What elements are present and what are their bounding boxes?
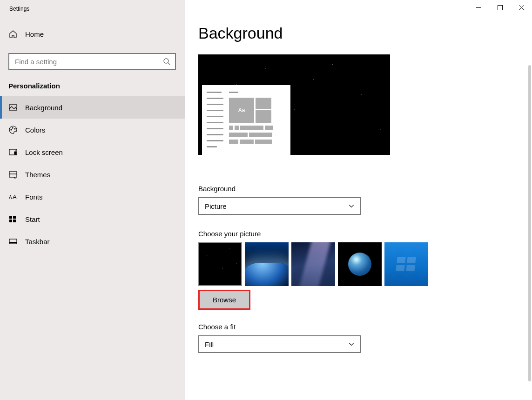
svg-rect-14 bbox=[13, 220, 16, 222]
svg-rect-8 bbox=[9, 172, 17, 177]
sidebar-item-label: Themes bbox=[25, 171, 50, 179]
svg-rect-18 bbox=[498, 5, 502, 10]
search-icon bbox=[163, 58, 170, 65]
fit-dropdown[interactable]: Fill bbox=[198, 335, 361, 353]
svg-point-5 bbox=[14, 128, 15, 129]
browse-button[interactable]: Browse bbox=[200, 291, 249, 308]
svg-rect-13 bbox=[9, 220, 12, 222]
background-label: Background bbox=[198, 185, 532, 193]
svg-rect-11 bbox=[9, 216, 12, 219]
start-icon bbox=[8, 214, 18, 224]
sidebar-item-start[interactable]: Start bbox=[0, 208, 185, 230]
sidebar-item-label: Lock screen bbox=[25, 148, 63, 156]
sidebar-item-background[interactable]: Background bbox=[0, 96, 185, 119]
svg-text:A: A bbox=[9, 195, 12, 200]
svg-line-1 bbox=[168, 63, 170, 65]
home-icon bbox=[8, 29, 18, 39]
fit-dropdown-value: Fill bbox=[205, 340, 214, 348]
choose-picture-label: Choose your picture bbox=[198, 230, 532, 238]
sidebar-item-lockscreen[interactable]: Lock screen bbox=[0, 141, 185, 163]
sidebar-item-themes[interactable]: Themes bbox=[0, 163, 185, 186]
svg-rect-7 bbox=[14, 152, 16, 154]
sidebar-item-label: Fonts bbox=[25, 193, 43, 201]
svg-point-3 bbox=[11, 129, 12, 130]
svg-point-0 bbox=[164, 59, 168, 63]
desktop-preview: Aa bbox=[198, 54, 390, 155]
picture-thumb-4[interactable] bbox=[338, 242, 382, 286]
content-area: Background Aa bbox=[185, 0, 532, 400]
svg-text:A: A bbox=[13, 193, 17, 200]
preview-mock-window: Aa bbox=[202, 85, 290, 155]
vertical-scrollbar[interactable] bbox=[528, 65, 531, 381]
svg-point-4 bbox=[12, 127, 13, 128]
svg-rect-15 bbox=[9, 239, 17, 244]
palette-icon bbox=[8, 125, 18, 134]
sidebar-item-label: Taskbar bbox=[25, 238, 50, 246]
taskbar-icon bbox=[8, 237, 18, 246]
sidebar-item-taskbar[interactable]: Taskbar bbox=[0, 230, 185, 253]
chevron-down-icon bbox=[348, 341, 355, 347]
background-dropdown[interactable]: Picture bbox=[198, 197, 361, 215]
chevron-down-icon bbox=[348, 203, 355, 209]
close-button[interactable] bbox=[511, 0, 532, 15]
window-controls bbox=[468, 0, 532, 15]
picture-thumb-5[interactable] bbox=[384, 242, 428, 286]
home-button[interactable]: Home bbox=[0, 23, 185, 45]
preview-aa-tile: Aa bbox=[229, 98, 254, 123]
lock-screen-icon bbox=[8, 147, 18, 157]
sidebar: Settings Home Personalization Background bbox=[0, 0, 185, 400]
sidebar-item-label: Background bbox=[25, 104, 62, 112]
picture-icon bbox=[8, 103, 18, 112]
sidebar-item-colors[interactable]: Colors bbox=[0, 119, 185, 141]
picture-thumb-1[interactable] bbox=[198, 242, 242, 286]
sidebar-item-label: Colors bbox=[25, 126, 45, 134]
search-input[interactable] bbox=[9, 54, 175, 69]
maximize-button[interactable] bbox=[489, 0, 511, 15]
search-field[interactable] bbox=[8, 53, 176, 70]
background-dropdown-value: Picture bbox=[205, 202, 227, 210]
choose-fit-label: Choose a fit bbox=[198, 323, 532, 331]
picture-thumb-2[interactable] bbox=[245, 242, 289, 286]
sidebar-item-fonts[interactable]: AA Fonts bbox=[0, 186, 185, 208]
page-title: Background bbox=[198, 24, 532, 42]
home-label: Home bbox=[25, 30, 44, 38]
svg-rect-12 bbox=[13, 216, 16, 219]
browse-highlight: Browse bbox=[198, 290, 250, 310]
picture-thumb-3[interactable] bbox=[291, 242, 335, 286]
settings-window: Settings Home Personalization Background bbox=[0, 0, 532, 400]
category-title: Personalization bbox=[0, 78, 185, 96]
sidebar-item-label: Start bbox=[25, 215, 40, 223]
app-title: Settings bbox=[0, 6, 185, 20]
fonts-icon: AA bbox=[8, 192, 18, 201]
themes-icon bbox=[8, 170, 18, 179]
minimize-button[interactable] bbox=[468, 0, 489, 15]
picture-thumbnails bbox=[198, 242, 532, 286]
